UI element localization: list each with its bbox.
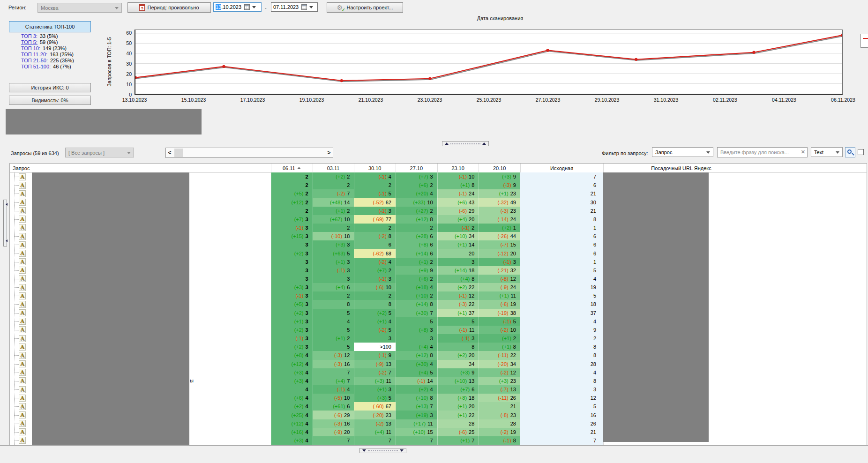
column-header-23.10[interactable]: 23.10 xyxy=(437,164,479,172)
position-cell[interactable]: (+25)4 xyxy=(271,411,313,419)
position-cell[interactable]: (-1)12 xyxy=(437,291,479,300)
position-cell[interactable]: 3 xyxy=(271,275,313,283)
position-cell[interactable]: (-20)34 xyxy=(479,360,520,368)
source-position-cell[interactable]: 19 xyxy=(520,283,603,291)
position-cell[interactable]: 3 xyxy=(396,334,437,343)
source-position-cell[interactable]: 9 xyxy=(520,326,603,334)
position-cell[interactable]: (+1)2 xyxy=(313,207,354,215)
stat-item-51-100[interactable]: ТОП 51-100:46 (7%) xyxy=(21,64,71,69)
position-cell[interactable]: (-3)22 xyxy=(437,300,479,308)
column-header-20.10[interactable]: 20.10 xyxy=(479,164,520,172)
visibility-button[interactable]: Видимость: 0% xyxy=(9,96,91,105)
position-cell[interactable]: (+2)4 xyxy=(271,402,313,411)
search-button[interactable] xyxy=(845,147,855,157)
position-cell[interactable]: (-6)19 xyxy=(479,300,520,308)
source-position-cell[interactable]: 16 xyxy=(520,411,603,419)
position-cell[interactable]: 28 xyxy=(437,419,479,428)
position-cell[interactable]: (+2)22 xyxy=(437,283,479,291)
position-cell[interactable]: (-6)10 xyxy=(354,283,396,291)
position-cell[interactable]: (-1)11 xyxy=(437,326,479,334)
position-cell[interactable]: (-6)29 xyxy=(313,411,354,419)
source-position-cell[interactable]: 21 xyxy=(520,189,603,198)
position-cell[interactable]: 2 xyxy=(354,224,396,232)
position-cell[interactable]: 20 xyxy=(437,249,479,257)
position-cell[interactable]: (+61)6 xyxy=(313,402,354,411)
source-position-cell[interactable]: 5 xyxy=(520,291,603,300)
position-cell[interactable]: (-2)7 xyxy=(354,368,396,377)
position-cell[interactable]: (-5)10 xyxy=(313,394,354,402)
panel-collapse-splitter-bottom[interactable] xyxy=(359,448,406,453)
position-cell[interactable]: (-6)25 xyxy=(437,428,479,436)
position-cell[interactable]: (+48)14 xyxy=(313,198,354,206)
position-cell[interactable]: 7 xyxy=(354,436,396,445)
source-position-cell[interactable]: 21 xyxy=(520,207,603,215)
position-cell[interactable]: 4 xyxy=(271,385,313,394)
position-cell[interactable]: (-1)3 xyxy=(271,291,313,300)
position-cell[interactable]: (+1)3 xyxy=(313,258,354,266)
source-position-cell[interactable]: 5 xyxy=(520,402,603,411)
position-cell[interactable]: (-11)22 xyxy=(479,351,520,359)
position-cell[interactable]: (-21)32 xyxy=(479,266,520,275)
position-cell[interactable]: (-1)24 xyxy=(437,189,479,198)
column-header-30.10[interactable]: 30.10 xyxy=(354,164,396,172)
position-cell[interactable]: (-1)8 xyxy=(479,436,520,445)
position-cell[interactable]: (-1)3 xyxy=(313,266,354,275)
position-cell[interactable]: (+3)4 xyxy=(271,368,313,377)
position-cell[interactable]: (+2)1 xyxy=(479,224,520,232)
position-cell[interactable]: (+7)3 xyxy=(271,215,313,224)
stat-item-label[interactable]: ТОП 5: xyxy=(21,39,37,45)
position-cell[interactable]: (-3)23 xyxy=(479,207,520,215)
position-cell[interactable]: 3 xyxy=(437,258,479,266)
position-cell[interactable]: (+2)5 xyxy=(354,309,396,317)
position-cell[interactable]: (+2)3 xyxy=(271,249,313,257)
source-position-cell[interactable]: 21 xyxy=(520,428,603,436)
position-cell[interactable]: (-7)13 xyxy=(479,385,520,394)
position-cell[interactable]: (-1)2 xyxy=(437,224,479,232)
position-cell[interactable]: (+1)8 xyxy=(479,343,520,351)
date-to-field[interactable]: 07.11.2023 xyxy=(271,2,318,12)
position-cell[interactable]: (-1)5 xyxy=(479,317,520,326)
position-cell[interactable]: (+1)14 xyxy=(437,240,479,249)
source-position-cell[interactable]: 7 xyxy=(520,172,603,181)
position-cell[interactable]: (+6)43 xyxy=(437,198,479,206)
position-cell[interactable]: 3 xyxy=(271,266,313,275)
position-cell[interactable]: 3 xyxy=(354,334,396,343)
position-cell[interactable]: (+5)3 xyxy=(271,300,313,308)
source-position-cell[interactable]: 8 xyxy=(520,377,603,385)
position-cell[interactable]: (+15)3 xyxy=(271,232,313,240)
position-cell[interactable]: 8 xyxy=(313,300,354,308)
position-cell[interactable]: (-1)3 xyxy=(271,334,313,343)
position-cell[interactable]: (+8)18 xyxy=(437,394,479,402)
scroll-left-icon[interactable]: < xyxy=(166,149,173,156)
stat-item-label[interactable]: ТОП 3: xyxy=(21,33,37,39)
position-cell[interactable]: 7 xyxy=(313,436,354,445)
position-cell[interactable]: 34 xyxy=(437,360,479,368)
source-position-cell[interactable]: 4 xyxy=(520,368,603,377)
period-button[interactable]: 5 Период: произвольно xyxy=(127,2,211,13)
filter-field-select[interactable]: Запрос xyxy=(652,147,713,157)
scroll-right-icon[interactable]: > xyxy=(325,149,333,156)
position-cell[interactable]: 2 xyxy=(396,224,437,232)
position-cell[interactable]: (-1)5 xyxy=(354,189,396,198)
position-cell[interactable]: (+4)6 xyxy=(313,283,354,291)
region-select[interactable]: Москва xyxy=(37,3,122,13)
position-cell[interactable]: (-26)44 xyxy=(479,232,520,240)
position-cell[interactable]: 2 xyxy=(354,181,396,189)
position-cell[interactable]: (-3)9 xyxy=(479,181,520,189)
position-cell[interactable]: (-14)24 xyxy=(479,215,520,224)
position-cell[interactable]: (-1)4 xyxy=(313,385,354,394)
position-cell[interactable]: (+10)15 xyxy=(396,428,437,436)
position-cell[interactable]: (+4)20 xyxy=(437,215,479,224)
position-cell[interactable]: (+3)9 xyxy=(437,368,479,377)
position-cell[interactable]: (+7)3 xyxy=(396,172,437,181)
position-cell[interactable]: (+2)4 xyxy=(396,385,437,394)
position-cell[interactable]: (-3)16 xyxy=(313,419,354,428)
position-cell[interactable]: (-1)14 xyxy=(396,377,437,385)
columns-scrollbar[interactable]: < > xyxy=(165,148,333,158)
position-cell[interactable]: (-8)23 xyxy=(479,411,520,419)
position-cell[interactable]: (-2)19 xyxy=(479,428,520,436)
position-cell[interactable]: (-2)7 xyxy=(313,189,354,198)
position-cell[interactable]: (+3)9 xyxy=(479,172,520,181)
position-cell[interactable]: (+30)7 xyxy=(396,309,437,317)
position-cell[interactable]: (+1)20 xyxy=(437,402,479,411)
